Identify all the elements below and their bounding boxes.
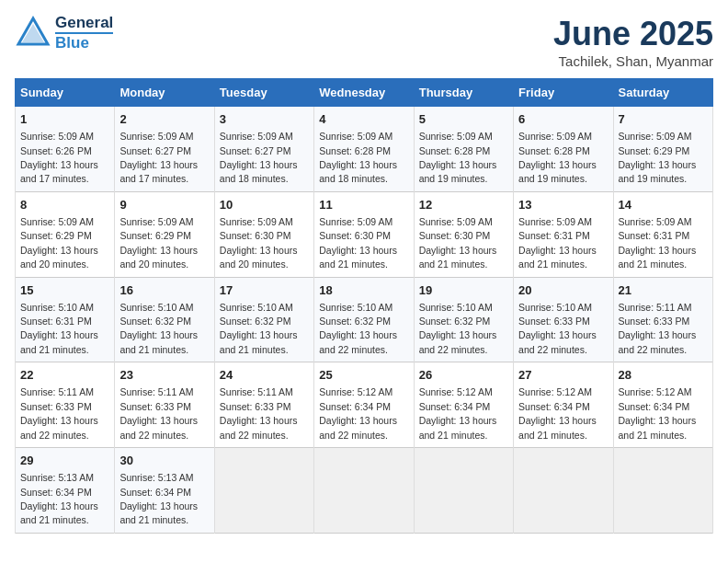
- day-number: 29: [20, 453, 109, 469]
- day-number: 18: [319, 282, 408, 299]
- calendar-cell: 27 Sunrise: 5:12 AMSunset: 6:34 PMDaylig…: [514, 362, 613, 448]
- day-number: 24: [220, 367, 309, 384]
- day-number: 30: [119, 453, 209, 469]
- logo-icon: [15, 15, 51, 52]
- cell-sunrise: Sunrise: 5:09 AMSunset: 6:30 PMDaylight:…: [319, 216, 397, 270]
- cell-sunrise: Sunrise: 5:09 AMSunset: 6:30 PMDaylight:…: [220, 216, 298, 270]
- day-number: 27: [518, 367, 608, 384]
- calendar-table: Sunday Monday Tuesday Wednesday Thursday…: [15, 78, 713, 534]
- day-number: 11: [319, 197, 408, 213]
- cell-sunrise: Sunrise: 5:09 AMSunset: 6:31 PMDaylight:…: [619, 216, 697, 270]
- calendar-cell: 26 Sunrise: 5:12 AMSunset: 6:34 PMDaylig…: [414, 362, 513, 448]
- day-number: 20: [518, 282, 608, 299]
- cell-sunrise: Sunrise: 5:09 AMSunset: 6:28 PMDaylight:…: [419, 131, 497, 184]
- calendar-cell: 30 Sunrise: 5:13 AMSunset: 6:34 PMDaylig…: [115, 448, 214, 534]
- calendar-cell: 15 Sunrise: 5:10 AMSunset: 6:31 PMDaylig…: [16, 277, 115, 362]
- day-number: 17: [220, 282, 309, 299]
- calendar-week-row: 22 Sunrise: 5:11 AMSunset: 6:33 PMDaylig…: [16, 362, 713, 448]
- day-number: 25: [319, 367, 408, 384]
- cell-sunrise: Sunrise: 5:09 AMSunset: 6:31 PMDaylight:…: [518, 216, 597, 270]
- calendar-cell: 12 Sunrise: 5:09 AMSunset: 6:30 PMDaylig…: [414, 191, 513, 277]
- header-saturday: Saturday: [613, 79, 712, 107]
- calendar-cell: 24 Sunrise: 5:11 AMSunset: 6:33 PMDaylig…: [214, 362, 313, 448]
- cell-sunrise: Sunrise: 5:10 AMSunset: 6:32 PMDaylight:…: [220, 302, 298, 355]
- calendar-cell: 2 Sunrise: 5:09 AMSunset: 6:27 PMDayligh…: [115, 107, 214, 192]
- cell-sunrise: Sunrise: 5:10 AMSunset: 6:32 PMDaylight:…: [319, 302, 397, 355]
- day-number: 2: [119, 111, 209, 128]
- day-number: 7: [619, 111, 708, 128]
- calendar-cell: 11 Sunrise: 5:09 AMSunset: 6:30 PMDaylig…: [314, 191, 414, 277]
- day-number: 1: [20, 111, 109, 128]
- cell-sunrise: Sunrise: 5:09 AMSunset: 6:29 PMDaylight:…: [619, 131, 697, 184]
- calendar-cell: 4 Sunrise: 5:09 AMSunset: 6:28 PMDayligh…: [314, 107, 414, 192]
- calendar-cell: [613, 448, 712, 534]
- calendar-cell: 17 Sunrise: 5:10 AMSunset: 6:32 PMDaylig…: [214, 277, 313, 362]
- calendar-cell: [314, 448, 414, 534]
- calendar-week-row: 15 Sunrise: 5:10 AMSunset: 6:31 PMDaylig…: [16, 277, 713, 362]
- cell-sunrise: Sunrise: 5:10 AMSunset: 6:32 PMDaylight:…: [419, 302, 497, 355]
- day-number: 14: [619, 197, 708, 213]
- day-number: 21: [619, 282, 708, 299]
- day-number: 15: [20, 282, 109, 299]
- cell-sunrise: Sunrise: 5:10 AMSunset: 6:31 PMDaylight:…: [20, 302, 98, 355]
- cell-sunrise: Sunrise: 5:12 AMSunset: 6:34 PMDaylight:…: [619, 386, 697, 440]
- calendar-header-row: Sunday Monday Tuesday Wednesday Thursday…: [16, 79, 713, 107]
- cell-sunrise: Sunrise: 5:11 AMSunset: 6:33 PMDaylight:…: [119, 386, 198, 440]
- header: General Blue June 2025 Tachilek, Shan, M…: [15, 15, 713, 69]
- header-monday: Monday: [115, 79, 214, 107]
- cell-sunrise: Sunrise: 5:09 AMSunset: 6:28 PMDaylight:…: [518, 131, 597, 184]
- day-number: 19: [419, 282, 508, 299]
- calendar-week-row: 1 Sunrise: 5:09 AMSunset: 6:26 PMDayligh…: [16, 107, 713, 192]
- cell-sunrise: Sunrise: 5:11 AMSunset: 6:33 PMDaylight:…: [20, 386, 98, 440]
- day-number: 23: [119, 367, 209, 384]
- calendar-cell: [514, 448, 613, 534]
- calendar-cell: 13 Sunrise: 5:09 AMSunset: 6:31 PMDaylig…: [514, 191, 613, 277]
- day-number: 26: [419, 367, 508, 384]
- cell-sunrise: Sunrise: 5:09 AMSunset: 6:29 PMDaylight:…: [119, 216, 198, 270]
- calendar-cell: 20 Sunrise: 5:10 AMSunset: 6:33 PMDaylig…: [514, 277, 613, 362]
- cell-sunrise: Sunrise: 5:09 AMSunset: 6:30 PMDaylight:…: [419, 216, 497, 270]
- logo-line1: General: [55, 15, 113, 32]
- main-title: June 2025: [553, 15, 713, 53]
- calendar-cell: 28 Sunrise: 5:12 AMSunset: 6:34 PMDaylig…: [613, 362, 712, 448]
- cell-sunrise: Sunrise: 5:10 AMSunset: 6:32 PMDaylight:…: [119, 302, 198, 355]
- header-sunday: Sunday: [16, 79, 115, 107]
- cell-sunrise: Sunrise: 5:09 AMSunset: 6:29 PMDaylight:…: [20, 216, 98, 270]
- calendar-cell: 21 Sunrise: 5:11 AMSunset: 6:33 PMDaylig…: [613, 277, 712, 362]
- cell-sunrise: Sunrise: 5:09 AMSunset: 6:27 PMDaylight:…: [220, 131, 298, 184]
- day-number: 12: [419, 197, 508, 213]
- calendar-cell: 22 Sunrise: 5:11 AMSunset: 6:33 PMDaylig…: [16, 362, 115, 448]
- calendar-cell: 19 Sunrise: 5:10 AMSunset: 6:32 PMDaylig…: [414, 277, 513, 362]
- calendar-cell: 25 Sunrise: 5:12 AMSunset: 6:34 PMDaylig…: [314, 362, 414, 448]
- day-number: 3: [220, 111, 309, 128]
- day-number: 5: [419, 111, 508, 128]
- day-number: 16: [119, 282, 209, 299]
- calendar-cell: 5 Sunrise: 5:09 AMSunset: 6:28 PMDayligh…: [414, 107, 513, 192]
- calendar-cell: 10 Sunrise: 5:09 AMSunset: 6:30 PMDaylig…: [214, 191, 313, 277]
- cell-sunrise: Sunrise: 5:12 AMSunset: 6:34 PMDaylight:…: [419, 386, 497, 440]
- calendar-cell: 1 Sunrise: 5:09 AMSunset: 6:26 PMDayligh…: [16, 107, 115, 192]
- calendar-cell: 18 Sunrise: 5:10 AMSunset: 6:32 PMDaylig…: [314, 277, 414, 362]
- header-tuesday: Tuesday: [214, 79, 313, 107]
- cell-sunrise: Sunrise: 5:10 AMSunset: 6:33 PMDaylight:…: [518, 302, 597, 355]
- calendar-cell: [414, 448, 513, 534]
- header-wednesday: Wednesday: [314, 79, 414, 107]
- day-number: 8: [20, 197, 109, 213]
- calendar-cell: 8 Sunrise: 5:09 AMSunset: 6:29 PMDayligh…: [16, 191, 115, 277]
- day-number: 6: [518, 111, 608, 128]
- cell-sunrise: Sunrise: 5:11 AMSunset: 6:33 PMDaylight:…: [220, 386, 298, 440]
- cell-sunrise: Sunrise: 5:12 AMSunset: 6:34 PMDaylight:…: [518, 386, 597, 440]
- calendar-cell: 23 Sunrise: 5:11 AMSunset: 6:33 PMDaylig…: [115, 362, 214, 448]
- calendar-week-row: 29 Sunrise: 5:13 AMSunset: 6:34 PMDaylig…: [16, 448, 713, 534]
- cell-sunrise: Sunrise: 5:09 AMSunset: 6:26 PMDaylight:…: [20, 131, 98, 184]
- day-number: 28: [619, 367, 708, 384]
- subtitle: Tachilek, Shan, Myanmar: [553, 53, 713, 69]
- logo: General Blue: [15, 15, 113, 52]
- cell-sunrise: Sunrise: 5:13 AMSunset: 6:34 PMDaylight:…: [119, 472, 198, 525]
- day-number: 22: [20, 367, 109, 384]
- day-number: 4: [319, 111, 408, 128]
- calendar-cell: 7 Sunrise: 5:09 AMSunset: 6:29 PMDayligh…: [613, 107, 712, 192]
- title-area: June 2025 Tachilek, Shan, Myanmar: [553, 15, 713, 69]
- cell-sunrise: Sunrise: 5:09 AMSunset: 6:28 PMDaylight:…: [319, 131, 397, 184]
- header-thursday: Thursday: [414, 79, 513, 107]
